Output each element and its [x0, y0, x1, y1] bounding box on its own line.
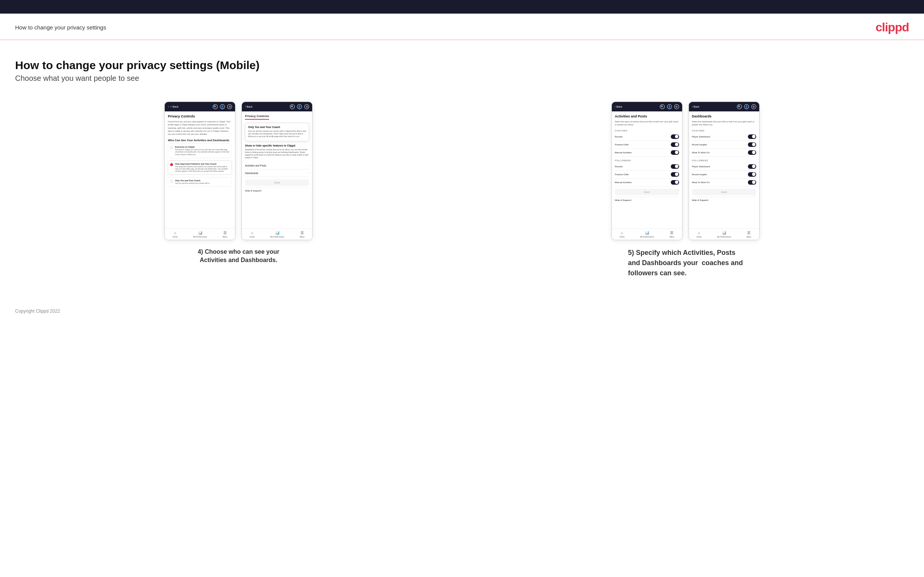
- popup-title: Only You and Your Coach: [248, 126, 306, 128]
- activities-posts-label: Activities and Posts: [245, 164, 266, 167]
- coaches-drills-row: Practice Drills: [615, 141, 679, 149]
- phone-nav-4: ‹ Back 🔍 👤 ⚙: [689, 102, 759, 111]
- followers-label-3: FOLLOWERS: [615, 160, 679, 162]
- coaches-manual-toggle[interactable]: [671, 150, 679, 155]
- screenshot-pair-1: ‹ < Back 🔍 👤 ⚙ Privacy Controls Control …: [15, 102, 462, 240]
- settings-icon[interactable]: ⚙: [227, 104, 232, 109]
- back-button-1[interactable]: ‹ < Back: [168, 105, 178, 108]
- settings-icon-4[interactable]: ⚙: [751, 104, 756, 109]
- chevron-icon-2: ›: [309, 171, 310, 175]
- menu-tab-2[interactable]: ☰ Menu: [300, 231, 305, 238]
- dashboards-label: Dashboards: [245, 172, 258, 174]
- settings-icon-3[interactable]: ⚙: [674, 104, 679, 109]
- performance-label-1: My Performance: [193, 235, 207, 238]
- performance-tab-4[interactable]: 📊 My Performance: [717, 231, 731, 238]
- coaches-label-3: COACHES: [615, 129, 679, 132]
- menu-tab-3[interactable]: ☰ Menu: [670, 231, 675, 238]
- search-icon-2[interactable]: 🔍: [290, 104, 295, 109]
- user-icon-2[interactable]: 👤: [297, 104, 302, 109]
- menu-label-1: Menu: [223, 235, 228, 238]
- search-icon[interactable]: 🔍: [213, 104, 218, 109]
- menu-label-4: Menu: [747, 235, 752, 238]
- back-button-2[interactable]: ‹ Back: [245, 105, 252, 108]
- activities-posts-row[interactable]: Activities and Posts ›: [245, 162, 309, 169]
- followers-player-dashboard-toggle[interactable]: [748, 164, 756, 169]
- save-button-4[interactable]: Save: [692, 189, 756, 195]
- coaches-player-dashboard-label: Player Dashboard: [692, 135, 710, 138]
- search-icon-3[interactable]: 🔍: [660, 104, 665, 109]
- coaches-player-dashboard-toggle[interactable]: [748, 134, 756, 139]
- search-icon-4[interactable]: 🔍: [737, 104, 742, 109]
- home-tab-1[interactable]: ⌂ Home: [173, 231, 178, 238]
- user-icon-4[interactable]: 👤: [744, 104, 749, 109]
- performance-tab-3[interactable]: 📊 My Performance: [640, 231, 654, 238]
- option-only-you[interactable]: Only You and Your Coach Only you and the…: [168, 177, 232, 187]
- phone-screen-4: ‹ Back 🔍 👤 ⚙ Dashboards Select the dashb…: [688, 102, 759, 240]
- coaches-what-to-work-toggle[interactable]: [748, 150, 756, 155]
- nav-icons-2: 🔍 👤 ⚙: [290, 104, 309, 109]
- dashboards-row[interactable]: Dashboards ›: [245, 169, 309, 177]
- home-tab-2[interactable]: ⌂ Home: [250, 231, 255, 238]
- phone-screen-2: ‹ Back 🔍 👤 ⚙ Privacy Controls Only You a…: [241, 102, 313, 240]
- top-bar: [0, 0, 924, 14]
- coaches-drills-label: Practice Drills: [615, 143, 629, 146]
- chevron-icon-1: ›: [309, 164, 310, 167]
- coaches-label-4: COACHES: [692, 129, 756, 132]
- user-icon[interactable]: 👤: [220, 104, 225, 109]
- logo: clippd: [876, 20, 909, 34]
- popup-desc: Only you and the coaches you connect wit…: [248, 130, 306, 138]
- performance-icon-4: 📊: [722, 231, 726, 235]
- phone-nav-1: ‹ < Back 🔍 👤 ⚙: [165, 102, 235, 111]
- followers-rounds-row: Rounds: [615, 163, 679, 171]
- followers-drills-label: Practice Drills: [615, 173, 629, 176]
- coaches-manual-row: Manual Activities: [615, 149, 679, 157]
- followers-rounds-toggle[interactable]: [671, 164, 679, 169]
- followers-player-dashboard-label: Player Dashboard: [692, 165, 710, 168]
- back-button-4[interactable]: ‹ Back: [692, 105, 699, 108]
- bottom-tab-bar-2: ⌂ Home 📊 My Performance ☰ Menu: [242, 229, 312, 240]
- followers-round-insights-toggle[interactable]: [748, 172, 756, 177]
- help-support-2: Help & Support: [245, 187, 309, 194]
- coaches-rounds-label: Rounds: [615, 135, 623, 138]
- followers-drills-toggle[interactable]: [671, 172, 679, 177]
- home-icon-4: ⌂: [698, 231, 700, 235]
- save-button-3[interactable]: Save: [615, 189, 679, 195]
- followers-what-to-work-toggle[interactable]: [748, 180, 756, 185]
- option3-desc: Only you and the coaches you connect wit…: [175, 182, 210, 185]
- home-tab-3[interactable]: ⌂ Home: [619, 231, 624, 238]
- page-subtitle: Choose what you want people to see: [15, 74, 909, 83]
- phone-nav-2: ‹ Back 🔍 👤 ⚙: [242, 102, 312, 111]
- home-tab-4[interactable]: ⌂ Home: [696, 231, 701, 238]
- privacy-tab[interactable]: Privacy Controls: [245, 114, 269, 120]
- caption-right: 5) Specify which Activities, Postsand Da…: [628, 248, 743, 278]
- coaches-drills-toggle[interactable]: [671, 142, 679, 147]
- option2-desc: Only approved followers and coaches you …: [175, 166, 230, 173]
- save-button-2[interactable]: Save: [245, 179, 309, 186]
- settings-icon-2[interactable]: ⚙: [304, 104, 309, 109]
- nav-icons-4: 🔍 👤 ⚙: [737, 104, 756, 109]
- copyright: Copyright Clippd 2022: [15, 308, 60, 314]
- menu-icon-1: ☰: [223, 231, 227, 235]
- option-everyone[interactable]: Everyone on Clippd Everyone on Clippd ca…: [168, 143, 232, 158]
- menu-tab-1[interactable]: ☰ Menu: [223, 231, 228, 238]
- menu-tab-4[interactable]: ☰ Menu: [747, 231, 752, 238]
- option-approved[interactable]: Only Approved Followers and Your Coach O…: [168, 161, 232, 175]
- followers-manual-toggle[interactable]: [671, 180, 679, 185]
- followers-drills-row: Practice Drills: [615, 171, 679, 179]
- option2-label: Only Approved Followers and Your Coach: [175, 163, 230, 166]
- show-hide-title: Show or hide specific features in Clippd: [245, 144, 309, 147]
- menu-icon-4: ☰: [747, 231, 751, 235]
- followers-manual-label: Manual Activities: [615, 181, 632, 184]
- back-button-3[interactable]: ‹ Back: [615, 105, 622, 108]
- coaches-round-insights-toggle[interactable]: [748, 142, 756, 147]
- coaches-rounds-toggle[interactable]: [671, 134, 679, 139]
- user-icon-3[interactable]: 👤: [667, 104, 672, 109]
- performance-tab-1[interactable]: 📊 My Performance: [193, 231, 207, 238]
- menu-icon-3: ☰: [670, 231, 674, 235]
- screenshot-pair-2: ‹ Back 🔍 👤 ⚙ Activities and Posts Select…: [462, 102, 909, 240]
- home-label-2: Home: [250, 235, 255, 238]
- help-support-3: Help & Support: [615, 197, 679, 203]
- performance-icon-2: 📊: [275, 231, 279, 235]
- help-support-4: Help & Support: [692, 197, 756, 203]
- performance-tab-2[interactable]: 📊 My Performance: [270, 231, 284, 238]
